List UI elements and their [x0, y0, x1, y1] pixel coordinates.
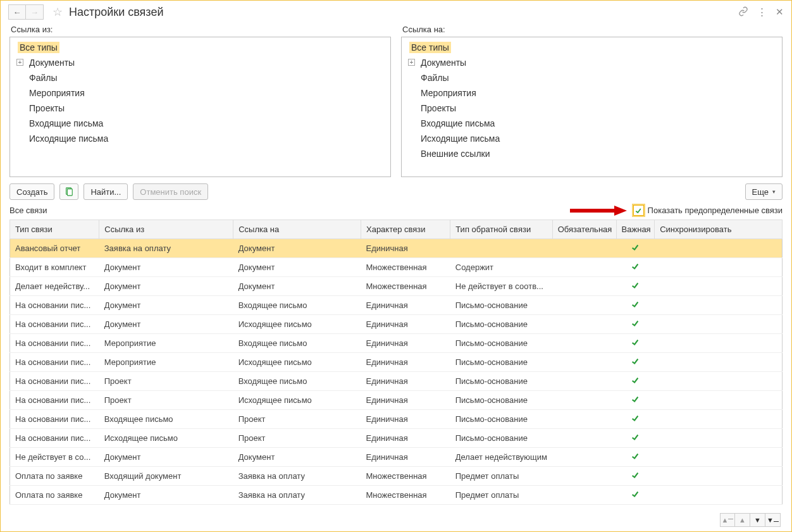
- table-cell: Единичная: [361, 391, 450, 410]
- table-cell: [552, 486, 616, 505]
- tree-item[interactable]: Проекты: [403, 101, 781, 116]
- table-cell: Единичная: [361, 296, 450, 315]
- table-row[interactable]: На основании пис...ДокументВходящее пись…: [10, 296, 783, 315]
- table-cell: Письмо-основание: [450, 372, 552, 391]
- table-cell: [616, 277, 655, 296]
- expand-icon[interactable]: +: [16, 59, 23, 66]
- table-row[interactable]: На основании пис...ПроектВходящее письмо…: [10, 372, 783, 391]
- show-predefined-checkbox[interactable]: [633, 205, 644, 216]
- table-cell: [552, 410, 616, 429]
- table-cell: Входящий документ: [99, 467, 233, 486]
- column-header[interactable]: Тип связи: [10, 220, 99, 239]
- tree-item[interactable]: Входящие письма: [403, 116, 781, 131]
- table-cell: [655, 239, 783, 258]
- table-cell: На основании пис...: [10, 429, 99, 448]
- create-button[interactable]: Создать: [9, 183, 54, 200]
- tree-item[interactable]: Внешние ссылки: [403, 146, 781, 161]
- tree-item[interactable]: Файлы: [403, 70, 781, 85]
- link-icon[interactable]: [738, 6, 748, 18]
- table-row[interactable]: На основании пис...ДокументИсходящее пис…: [10, 315, 783, 334]
- column-header[interactable]: Ссылка из: [99, 220, 233, 239]
- nav-first-button[interactable]: ▲: [720, 513, 735, 527]
- table-cell: Документ: [99, 277, 233, 296]
- table-row[interactable]: Не действует в со...ДокументДокументЕдин…: [10, 448, 783, 467]
- table-cell: Письмо-основание: [450, 353, 552, 372]
- tree-item[interactable]: +Документы: [11, 55, 389, 70]
- table-cell: Проект: [233, 429, 361, 448]
- table-cell: На основании пис...: [10, 315, 99, 334]
- table-cell: [450, 239, 552, 258]
- column-header[interactable]: Важная: [616, 220, 655, 239]
- column-header[interactable]: Тип обратной связи: [450, 220, 552, 239]
- svg-rect-2: [570, 209, 614, 213]
- table-row[interactable]: На основании пис...Входящее письмоПроект…: [10, 410, 783, 429]
- find-button[interactable]: Найти...: [84, 183, 128, 200]
- table-cell: Множественная: [361, 277, 450, 296]
- expand-icon[interactable]: +: [408, 59, 415, 66]
- svg-rect-1: [68, 189, 73, 196]
- tree-item[interactable]: Файлы: [11, 70, 389, 85]
- nav-last-button[interactable]: ▼: [765, 513, 781, 527]
- column-header[interactable]: Синхронизировать: [655, 220, 783, 239]
- tree-item[interactable]: Исходящие письма: [11, 131, 389, 146]
- table-cell: [552, 391, 616, 410]
- tree-item[interactable]: Исходящие письма: [403, 131, 781, 146]
- table-cell: [552, 258, 616, 277]
- column-header[interactable]: Обязательная: [552, 220, 616, 239]
- more-button[interactable]: Еще▾: [745, 183, 783, 200]
- tree-item[interactable]: Все типы: [403, 40, 781, 55]
- nav-back-button[interactable]: ←: [8, 4, 26, 20]
- table-cell: [655, 429, 783, 448]
- table-cell: Проект: [233, 410, 361, 429]
- table-cell: Единичная: [361, 372, 450, 391]
- table-cell: На основании пис...: [10, 296, 99, 315]
- table-cell: Содержит: [450, 258, 552, 277]
- tree-item[interactable]: Все типы: [11, 40, 389, 55]
- table-row[interactable]: Входит в комплектДокументДокументМножест…: [10, 258, 783, 277]
- nav-up-button[interactable]: ▲: [735, 513, 750, 527]
- left-tree[interactable]: Все типы +Документы Файлы Мероприятия Пр…: [9, 37, 391, 177]
- nav-forward-button[interactable]: →: [26, 4, 44, 20]
- tree-item[interactable]: Проекты: [11, 101, 389, 116]
- table-cell: [616, 239, 655, 258]
- table-cell: Предмет оплаты: [450, 486, 552, 505]
- table-row[interactable]: На основании пис...МероприятиеИсходящее …: [10, 353, 783, 372]
- cancel-search-button: Отменить поиск: [133, 183, 208, 200]
- table-row[interactable]: Оплата по заявкеДокументЗаявка на оплату…: [10, 486, 783, 505]
- table-cell: Оплата по заявке: [10, 467, 99, 486]
- tree-item[interactable]: +Документы: [403, 55, 781, 70]
- table-cell: [552, 448, 616, 467]
- copy-button[interactable]: [59, 183, 78, 200]
- table-cell: На основании пис...: [10, 391, 99, 410]
- table-cell: Заявка на оплату: [233, 467, 361, 486]
- nav-down-button[interactable]: ▼: [750, 513, 765, 527]
- table-row[interactable]: Авансовый отчетЗаявка на оплатуДокументЕ…: [10, 239, 783, 258]
- table-cell: Исходящее письмо: [233, 391, 361, 410]
- table-row[interactable]: Оплата по заявкеВходящий документЗаявка …: [10, 467, 783, 486]
- table-cell: [655, 467, 783, 486]
- column-header[interactable]: Характер связи: [361, 220, 450, 239]
- table-row[interactable]: На основании пис...МероприятиеВходящее п…: [10, 334, 783, 353]
- table-cell: Единичная: [361, 353, 450, 372]
- table-row[interactable]: На основании пис...Исходящее письмоПроек…: [10, 429, 783, 448]
- page-title: Настройки связей: [69, 6, 163, 19]
- table-cell: Документ: [99, 315, 233, 334]
- tree-item[interactable]: Входящие письма: [11, 116, 389, 131]
- table-row[interactable]: На основании пис...ПроектИсходящее письм…: [10, 391, 783, 410]
- tree-item[interactable]: Мероприятия: [11, 85, 389, 101]
- close-icon[interactable]: ✕: [776, 6, 784, 18]
- links-table[interactable]: Тип связиСсылка изСсылка наХарактер связ…: [9, 220, 783, 505]
- favorite-star-icon[interactable]: ☆: [53, 5, 63, 19]
- table-cell: Проект: [99, 391, 233, 410]
- table-cell: Исходящее письмо: [233, 353, 361, 372]
- tree-item[interactable]: Мероприятия: [403, 85, 781, 101]
- table-cell: Множественная: [361, 258, 450, 277]
- table-cell: Исходящее письмо: [233, 315, 361, 334]
- column-header[interactable]: Ссылка на: [233, 220, 361, 239]
- table-cell: [655, 258, 783, 277]
- kebab-menu-icon[interactable]: ⋮: [757, 6, 767, 18]
- table-cell: На основании пис...: [10, 410, 99, 429]
- table-row[interactable]: Делает недейству...ДокументДокументМноже…: [10, 277, 783, 296]
- right-tree[interactable]: Все типы +Документы Файлы Мероприятия Пр…: [401, 37, 783, 177]
- table-cell: Не действует в со...: [10, 448, 99, 467]
